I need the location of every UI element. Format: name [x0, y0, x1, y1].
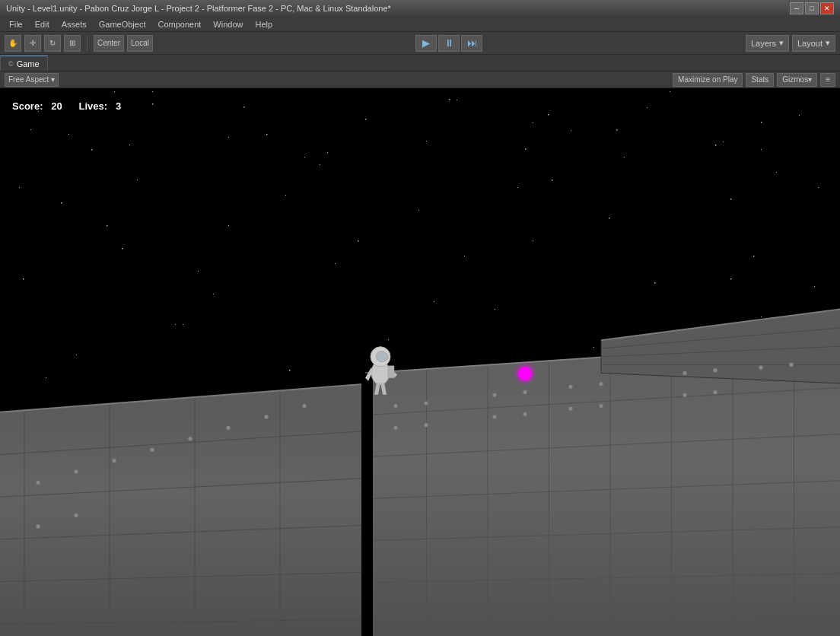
game-toolbar-right: Maximize on Play Stats Gizmos ▾ ≡	[673, 73, 835, 87]
game-tab-icon: ©	[8, 60, 14, 68]
center-label: Center	[97, 39, 120, 47]
gizmos-button[interactable]: Gizmos ▾	[777, 73, 817, 87]
local-button[interactable]: Local	[127, 35, 153, 52]
aspect-dropdown[interactable]: Free Aspect ▾	[5, 73, 59, 87]
rotate-tool-button[interactable]: ↻	[44, 35, 61, 52]
game-viewport: Score: 20 Lives: 3	[0, 88, 840, 636]
menu-file[interactable]: File	[3, 18, 29, 30]
close-button[interactable]: ✕	[820, 2, 834, 14]
move-tool-button[interactable]: ✛	[24, 35, 41, 52]
stats-label: Stats	[751, 75, 768, 84]
menu-component[interactable]: Component	[151, 18, 207, 30]
scale-tool-button[interactable]: ⊞	[64, 35, 81, 52]
minimize-button[interactable]: ─	[790, 2, 803, 14]
tab-bar: © Game	[0, 55, 840, 72]
menu-bar: File Edit Assets GameObject Component Wi…	[0, 17, 840, 32]
game-menu-icon: ≡	[826, 75, 830, 84]
layers-dropdown[interactable]: Layers ▾	[746, 35, 789, 52]
game-menu-button[interactable]: ≡	[820, 73, 835, 87]
game-toolbar: Free Aspect ▾ Maximize on Play Stats Giz…	[0, 72, 840, 88]
game-tab-label: Game	[17, 59, 40, 68]
pause-button[interactable]: ⏸	[438, 35, 460, 52]
game-tab[interactable]: © Game	[0, 56, 48, 71]
score-label: Score: 20 Lives: 3	[12, 100, 121, 112]
hand-tool-button[interactable]: ✋	[5, 35, 21, 52]
maximize-button[interactable]: □	[805, 2, 819, 14]
menu-help[interactable]: Help	[249, 18, 278, 30]
layout-dropdown[interactable]: Layout ▾	[792, 35, 835, 52]
game-canvas	[0, 88, 840, 636]
aspect-arrow: ▾	[51, 75, 55, 84]
step-button[interactable]: ⏭	[461, 35, 482, 52]
hud-overlay: Score: 20 Lives: 3	[12, 100, 121, 112]
gizmos-label: Gizmos	[782, 75, 808, 84]
toolbar-separator-1	[87, 36, 88, 51]
local-label: Local	[131, 39, 149, 47]
title-text: Unity - Level1.unity - Pabon Cruz Jorge …	[6, 4, 391, 13]
layers-arrow: ▾	[779, 38, 784, 48]
playback-controls: ▶ ⏸ ⏭	[415, 35, 482, 52]
menu-gameobject[interactable]: GameObject	[93, 18, 152, 30]
main-toolbar: ✋ ✛ ↻ ⊞ Center Local ▶ ⏸ ⏭ Layers ▾ Layo…	[0, 32, 840, 55]
center-button[interactable]: Center	[94, 35, 124, 52]
layout-arrow: ▾	[826, 38, 830, 48]
menu-assets[interactable]: Assets	[56, 18, 93, 30]
title-bar: Unity - Level1.unity - Pabon Cruz Jorge …	[0, 0, 840, 17]
window-controls: ─ □ ✕	[790, 2, 834, 14]
maximize-on-play-label: Maximize on Play	[678, 75, 737, 84]
layout-label: Layout	[797, 39, 822, 48]
play-button[interactable]: ▶	[415, 35, 437, 52]
layers-label: Layers	[751, 39, 776, 48]
menu-edit[interactable]: Edit	[29, 18, 56, 30]
aspect-label: Free Aspect	[8, 75, 49, 84]
top-right-controls: Layers ▾ Layout ▾	[746, 35, 835, 52]
stats-button[interactable]: Stats	[746, 73, 774, 87]
menu-window[interactable]: Window	[207, 18, 249, 30]
gizmos-arrow: ▾	[808, 75, 812, 84]
maximize-on-play-button[interactable]: Maximize on Play	[673, 73, 743, 87]
